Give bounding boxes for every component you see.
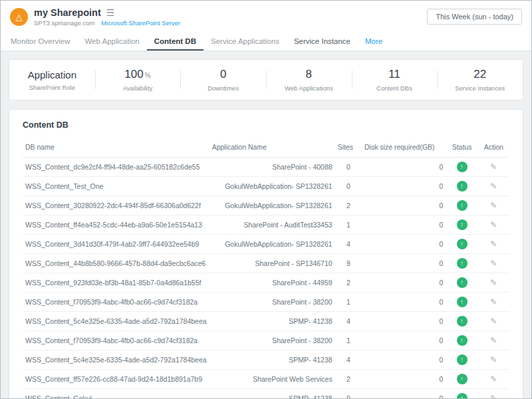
sites-cell: 9 xyxy=(335,254,362,273)
edit-icon[interactable]: ✎ xyxy=(490,220,497,229)
summary-stats-card: Application SharePoint Role 100% Availab… xyxy=(9,59,523,100)
action-cell: ✎ xyxy=(478,389,509,399)
stat-value: 0 xyxy=(220,68,226,81)
table-row: WSS_Content_f70953f9-4abc-4fb0-ac66-c9d7… xyxy=(23,293,509,312)
action-cell: ✎ xyxy=(478,235,509,254)
status-cell: ↑ xyxy=(446,389,477,399)
application-name-cell: SharePoint Web Services xyxy=(209,370,335,389)
db-name-cell: WSS_Content_30280922-2dc4-494f-85df-6630… xyxy=(23,196,209,215)
edit-icon[interactable]: ✎ xyxy=(490,297,497,307)
application-name-cell: SPMP- 41238 xyxy=(209,312,335,331)
db-name-cell: WSS_Content_5c4e325e-6335-4ade-a5d2-792a… xyxy=(23,350,209,370)
stat-label: Availability xyxy=(123,84,153,92)
col-header-status: Status xyxy=(446,138,477,158)
status-cell: ↑ xyxy=(446,254,477,273)
stat-content-dbs: 11 Content DBs xyxy=(352,60,438,100)
edit-icon[interactable]: ✎ xyxy=(490,201,497,210)
db-name-cell: WSS_Content_ff4ea452-5cdc-44eb-a9a6-50e1… xyxy=(23,215,209,235)
edit-icon[interactable]: ✎ xyxy=(490,162,497,172)
status-up-icon: ↑ xyxy=(457,393,467,398)
tab-service-instance[interactable]: Service Instance xyxy=(287,33,358,51)
db-name-cell: WSS_Content_f70953f9-4abc-4fb0-ac66-c9d7… xyxy=(23,331,209,350)
edit-icon[interactable]: ✎ xyxy=(490,394,497,398)
sites-cell: 0 xyxy=(335,389,362,399)
title-block: my Sharepoint ☰ SPT3.spmanage.com Micros… xyxy=(34,7,180,27)
edit-icon[interactable]: ✎ xyxy=(490,374,497,384)
card-title: Content DB xyxy=(23,119,509,138)
stat-value: 11 xyxy=(388,68,400,81)
stat-value: 100% xyxy=(124,68,150,81)
db-name-cell: WSS_Content_ff57e226-cc88-47ad-9d24-18d1… xyxy=(23,370,209,389)
disk-size-cell: 0 xyxy=(362,215,446,235)
status-cell: ↑ xyxy=(446,177,477,196)
table-row: WSS_Content_923fd03e-bf3b-48a1-85b7-0a4d… xyxy=(23,273,509,293)
db-name-cell: WSS_Content_dc9e2cf4-ff94-48de-aa25-6051… xyxy=(23,158,209,177)
stat-label: Content DBs xyxy=(376,84,412,92)
status-cell: ↑ xyxy=(446,158,477,177)
stat-label: Service Instances xyxy=(455,84,505,92)
tab-more[interactable]: More xyxy=(358,33,390,51)
status-up-icon: ↑ xyxy=(457,277,467,288)
server-type-link[interactable]: Microsoft SharePoint Server xyxy=(101,19,180,27)
db-name-cell: WSS_Content_f70953f9-4abc-4fb0-ac66-c9d7… xyxy=(23,293,209,312)
edit-icon[interactable]: ✎ xyxy=(490,278,497,287)
table-row: WSS_Content_ff57e226-cc88-47ad-9d24-18d1… xyxy=(23,370,509,389)
action-cell: ✎ xyxy=(478,331,509,350)
application-name-cell: SharePoint - SP1346710 xyxy=(209,254,335,273)
action-cell: ✎ xyxy=(478,254,509,273)
action-cell: ✎ xyxy=(478,196,509,215)
status-up-icon: ↑ xyxy=(457,219,467,230)
status-cell: ↑ xyxy=(446,370,477,389)
application-name-cell: GokulWebApplication- SP1328261 xyxy=(209,235,335,254)
table-row: WSS_Content_44b8b580-9666-457b-88d4-da9e… xyxy=(23,254,509,273)
edit-icon[interactable]: ✎ xyxy=(490,182,497,191)
action-cell: ✎ xyxy=(478,273,509,293)
sites-cell: 1 xyxy=(335,331,362,350)
action-cell: ✎ xyxy=(478,312,509,331)
edit-icon[interactable]: ✎ xyxy=(490,239,497,249)
disk-size-cell: 0 xyxy=(362,350,446,370)
app-window: △ my Sharepoint ☰ SPT3.spmanage.com Micr… xyxy=(0,0,532,399)
sites-cell: 2 xyxy=(335,370,362,389)
sites-cell: 1 xyxy=(335,215,362,235)
col-header-action: Action xyxy=(478,138,509,158)
disk-size-cell: 0 xyxy=(362,273,446,293)
edit-icon[interactable]: ✎ xyxy=(490,336,497,345)
tab-web-application[interactable]: Web Application xyxy=(77,33,146,51)
col-header-sites: Sites xyxy=(335,138,362,158)
hamburger-menu-icon[interactable]: ☰ xyxy=(106,7,115,18)
table-row: WSS_Content_5c4e325e-6335-4ade-a5d2-792a… xyxy=(23,350,509,370)
disk-size-cell: 0 xyxy=(362,254,446,273)
action-cell: ✎ xyxy=(478,350,509,370)
table-row: WSS_Content_Gokul SPMP- 41238 0 0 ↑ ✎ xyxy=(23,389,509,399)
sites-cell: 0 xyxy=(335,158,362,177)
edit-icon[interactable]: ✎ xyxy=(490,259,497,268)
sites-cell: 1 xyxy=(335,293,362,312)
stat-sharepoint-role: Application SharePoint Role xyxy=(9,60,95,100)
table-row: WSS_Content_f70953f9-4abc-4fb0-ac66-c9d7… xyxy=(23,331,509,350)
tab-content-db[interactable]: Content DB xyxy=(147,33,203,51)
stat-availability: 100% Availability xyxy=(95,60,181,100)
time-range-dropdown[interactable]: This Week (sun - today) xyxy=(427,9,522,25)
stat-downtimes: 0 Downtimes xyxy=(180,60,266,100)
status-cell: ↑ xyxy=(446,293,477,312)
tab-monitor-overview[interactable]: Monitor Overview xyxy=(3,33,77,51)
tab-service-applications[interactable]: Service Applications xyxy=(203,33,287,51)
status-up-icon: ↑ xyxy=(457,162,467,172)
table-row: WSS_Content_3d41d30f-479f-4ab2-9ff7-6449… xyxy=(23,235,509,254)
table-row: WSS_Content_ff4ea452-5cdc-44eb-a9a6-50e1… xyxy=(23,215,509,235)
application-name-cell: GokulWebApplication- SP1328261 xyxy=(209,177,335,196)
edit-icon[interactable]: ✎ xyxy=(490,317,497,326)
status-up-icon: ↑ xyxy=(457,200,467,211)
edit-icon[interactable]: ✎ xyxy=(490,355,497,364)
sites-cell: 2 xyxy=(335,273,362,293)
stat-label: Downtimes xyxy=(207,84,239,92)
disk-size-cell: 0 xyxy=(362,177,446,196)
page-title: my Sharepoint xyxy=(34,7,101,18)
table-row: WSS_Content_30280922-2dc4-494f-85df-6630… xyxy=(23,196,509,215)
disk-size-cell: 0 xyxy=(362,312,446,331)
table-row: WSS_Content_Test_One GokulWebApplication… xyxy=(23,177,509,196)
status-up-icon: ↑ xyxy=(457,374,467,384)
sites-cell: 0 xyxy=(335,177,362,196)
application-name-cell: SPMP- 41238 xyxy=(209,389,335,399)
